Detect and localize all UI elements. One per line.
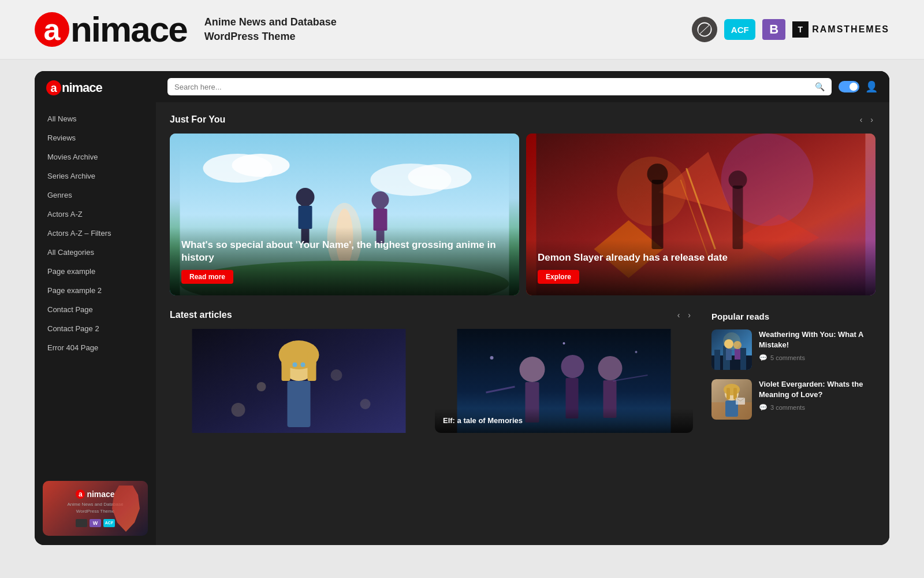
- featured-section-header: Just For You ‹ ›: [170, 114, 875, 125]
- popular-item-violet[interactable]: Violet Evergarden: Whats the Meaning of …: [711, 379, 875, 420]
- latest-articles-container: Latest articles ‹ ›: [170, 309, 693, 433]
- acf-badge: ACF: [724, 19, 755, 40]
- svg-point-9: [296, 188, 315, 206]
- main-logo: a nimace: [35, 12, 187, 47]
- card-demon-slayer-button[interactable]: Explore: [538, 270, 579, 284]
- featured-next-arrow[interactable]: ›: [868, 114, 875, 125]
- sidebar-item-genres[interactable]: Genres: [35, 186, 156, 205]
- popular-item-weathering-title: Weathering With You: What A Mistake!: [759, 329, 875, 350]
- featured-prev-arrow[interactable]: ‹: [858, 114, 865, 125]
- user-icon[interactable]: 👤: [865, 80, 878, 93]
- bootstrap-badge: B: [762, 19, 785, 40]
- featured-card-your-name[interactable]: What's so special about 'Your Name', the…: [170, 134, 519, 295]
- svg-point-41: [561, 355, 584, 378]
- svg-point-39: [520, 357, 545, 382]
- article-card-elf-overlay: Elf: a tale of Memories: [435, 408, 693, 433]
- svg-point-11: [372, 191, 389, 209]
- logo-text: nimace: [70, 12, 187, 47]
- sidebar-item-reviews[interactable]: Reviews: [35, 128, 156, 147]
- latest-prev-arrow[interactable]: ‹: [675, 309, 683, 321]
- sidebar-item-contact-2[interactable]: Contact Page 2: [35, 319, 156, 338]
- nav-right: 👤: [839, 80, 878, 93]
- search-bar[interactable]: 🔍: [167, 78, 832, 95]
- sidebar-item-actors-filters[interactable]: Actors A-Z – Filters: [35, 224, 156, 243]
- popular-item-violet-title: Violet Evergarden: Whats the Meaning of …: [759, 379, 875, 400]
- popular-reads-title: Popular reads: [711, 309, 875, 321]
- sidebar-item-all-categories[interactable]: All Categories: [35, 243, 156, 262]
- top-header: a nimace Anime News and Database WordPre…: [0, 0, 924, 60]
- sidebar-logo-a-icon: a: [46, 80, 61, 95]
- svg-point-37: [360, 399, 371, 409]
- brand-area: a nimace Anime News and Database WordPre…: [35, 12, 337, 47]
- popular-item-violet-info: Violet Evergarden: Whats the Meaning of …: [759, 379, 875, 412]
- svg-rect-33: [288, 381, 311, 427]
- latest-section-header: Latest articles ‹ ›: [170, 309, 693, 321]
- card-your-name-button[interactable]: Read more: [181, 270, 233, 284]
- svg-point-2: [232, 154, 290, 177]
- svg-point-23: [729, 171, 747, 189]
- svg-rect-64: [726, 388, 730, 399]
- featured-grid: What's so special about 'Your Name', the…: [170, 134, 875, 295]
- comment-icon-2: 💬: [759, 403, 767, 412]
- sidebar-item-page-example-2[interactable]: Page example 2: [35, 281, 156, 300]
- svg-point-36: [232, 403, 245, 417]
- svg-point-63: [724, 384, 740, 395]
- logo-a-icon: a: [35, 12, 69, 47]
- wordpress-badge: [692, 17, 717, 42]
- svg-point-31: [293, 362, 297, 367]
- navbar: 🔍 👤: [156, 71, 889, 102]
- latest-nav-arrows: ‹ ›: [675, 309, 693, 321]
- svg-rect-20: [652, 180, 664, 249]
- sidebar-item-all-news[interactable]: All News: [35, 109, 156, 128]
- svg-point-32: [301, 362, 305, 367]
- card-demon-slayer-overlay: Demon Slayer already has a release date …: [526, 240, 875, 295]
- sidebar-promo-banner: a nimace Anime News and DatabaseWordPres…: [43, 481, 148, 536]
- partner-logos: ACF B T RAMSTHEMES: [692, 17, 889, 42]
- featured-nav-arrows: ‹ ›: [858, 114, 875, 125]
- svg-rect-52: [714, 350, 720, 370]
- svg-point-34: [257, 382, 266, 391]
- search-input[interactable]: [174, 83, 810, 91]
- popular-item-weathering-comments: 💬 5 comments: [759, 354, 875, 362]
- sidebar-item-page-example[interactable]: Page example: [35, 262, 156, 281]
- sidebar-nav: All News Reviews Movies Archive Series A…: [35, 105, 156, 472]
- content-area: Just For You ‹ ›: [156, 102, 889, 545]
- svg-rect-29: [282, 352, 290, 381]
- svg-rect-58: [735, 349, 740, 360]
- sidebar-item-contact[interactable]: Contact Page: [35, 300, 156, 319]
- latest-next-arrow[interactable]: ›: [685, 309, 693, 321]
- sidebar-item-movies[interactable]: Movies Archive: [35, 147, 156, 166]
- popular-thumb-weathering: [711, 329, 752, 370]
- articles-grid: Elf: a tale of Memories: [170, 329, 693, 433]
- svg-rect-30: [308, 352, 316, 381]
- sidebar-logo-text: nimace: [62, 80, 102, 95]
- lower-section: Latest articles ‹ ›: [170, 309, 875, 433]
- featured-card-demon-slayer[interactable]: Demon Slayer already has a release date …: [526, 134, 875, 295]
- sidebar-item-error-404[interactable]: Error 404 Page: [35, 338, 156, 357]
- svg-point-47: [490, 356, 494, 360]
- svg-point-48: [635, 351, 638, 353]
- card-your-name-title: What's so special about 'Your Name', the…: [181, 239, 508, 264]
- svg-point-21: [647, 164, 668, 184]
- rams-icon: T: [792, 21, 808, 38]
- sidebar-item-series[interactable]: Series Archive: [35, 166, 156, 186]
- svg-rect-12: [299, 206, 312, 229]
- svg-point-43: [598, 356, 623, 380]
- popular-item-weathering[interactable]: Weathering With You: What A Mistake! 💬 5…: [711, 329, 875, 370]
- svg-point-59: [723, 332, 740, 350]
- popular-item-violet-comments: 💬 3 comments: [759, 403, 875, 412]
- comment-icon: 💬: [759, 354, 767, 362]
- article-card-violet[interactable]: [170, 329, 428, 433]
- latest-title: Latest articles: [170, 310, 232, 320]
- svg-rect-56: [726, 349, 732, 360]
- svg-point-49: [563, 342, 565, 344]
- card-your-name-overlay: What's so special about 'Your Name', the…: [170, 227, 519, 295]
- card-demon-slayer-title: Demon Slayer already has a release date: [538, 251, 864, 264]
- article-card-elf[interactable]: Elf: a tale of Memories: [435, 329, 693, 433]
- svg-point-35: [331, 369, 342, 381]
- theme-toggle[interactable]: [839, 81, 859, 92]
- sidebar-item-actors-az[interactable]: Actors A-Z: [35, 205, 156, 224]
- svg-rect-54: [740, 348, 746, 370]
- svg-point-4: [408, 164, 472, 190]
- article-card-elf-title: Elf: a tale of Memories: [443, 416, 685, 425]
